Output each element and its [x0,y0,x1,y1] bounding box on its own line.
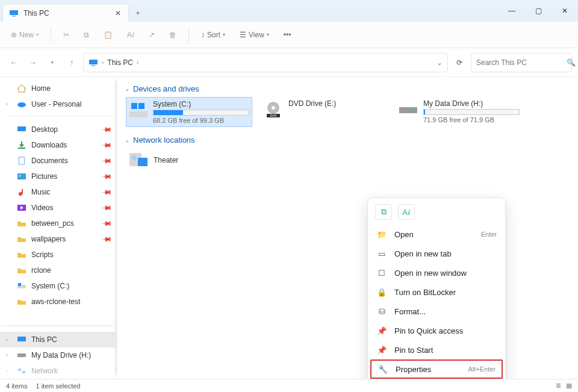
chevron-right-icon: › [137,59,138,66]
drive-icon [17,282,26,290]
search-box[interactable]: 🔍 [471,53,572,72]
sort-icon: ↕ [201,31,205,39]
context-menu: ⧉ Aⅈ 📁OpenEnter ▭Open in new tab ☐Open i… [367,198,506,392]
folder-icon [17,297,26,306]
window-icon: ☐ [376,269,387,278]
close-icon[interactable]: ✕ [114,9,122,17]
sidebar-item-system-c[interactable]: System (C:) [0,278,117,294]
capacity-bar [423,109,520,115]
share-icon: ↗ [149,31,155,39]
pin-icon: 📌 [101,202,112,213]
svg-marker-4 [17,85,26,92]
address-bar[interactable]: › This PC › ⌄ [83,53,448,72]
cloud-icon [17,100,26,108]
sidebar-item-label: Music [31,188,50,196]
wrench-icon: 🔧 [378,365,388,374]
search-input[interactable] [476,58,567,67]
chevron-down-icon[interactable]: ⌄ [437,58,443,67]
ctx-pin-start[interactable]: 📌Pin to Start [370,340,503,359]
breadcrumb-this-pc[interactable]: This PC [107,58,133,67]
desktop-icon [17,125,26,134]
sidebar-item-label: Network [31,367,58,375]
ctx-bitlocker[interactable]: 🔒Turn on BitLocker [370,282,503,302]
rename-button[interactable]: Aⅈ [122,26,139,44]
paste-button[interactable]: 📋 [99,26,117,44]
rename-button[interactable]: Aⅈ [398,204,415,220]
view-button[interactable]: ☰ View ▾ [235,26,274,44]
drive-data-h[interactable]: My Data Drive (H:) 71.9 GB free of 71.9 … [396,97,522,127]
rename-icon: Aⅈ [127,31,134,39]
sort-label: Sort [207,31,220,39]
details-view-button[interactable]: ≣ [556,382,561,390]
sidebar-item-label: Downloads [31,141,67,149]
sidebar-item-videos[interactable]: Videos📌 [0,200,117,216]
ctx-format[interactable]: ⛁Format... [370,302,503,321]
svg-text:DVD: DVD [270,114,277,117]
ctx-open-new-tab[interactable]: ▭Open in new tab [370,244,503,263]
svg-rect-30 [138,158,148,166]
refresh-button[interactable]: ⟳ [452,55,467,70]
sidebar-item-folder[interactable]: between_pcs📌 [0,216,117,231]
disk-icon: ⛁ [376,307,387,316]
sidebar-item-desktop[interactable]: Desktop📌 [0,122,117,137]
delete-button[interactable]: 🗑 [164,26,181,44]
sidebar-item-folder[interactable]: wallpapers📌 [0,231,117,247]
share-button[interactable]: ↗ [144,26,160,44]
titlebar: This PC ✕ ＋ — ▢ ✕ [0,0,578,22]
search-icon: 🔍 [567,58,575,67]
ctx-properties[interactable]: 🔧PropertiesAlt+Enter [370,359,503,379]
back-button[interactable]: ← [6,55,22,70]
sidebar-item-downloads[interactable]: Downloads📌 [0,137,117,153]
up-button[interactable]: ↑ [64,55,79,70]
section-network[interactable]: ⌄ Network locations [125,135,570,145]
svg-rect-11 [22,189,23,194]
close-window-button[interactable]: ✕ [552,0,578,22]
ctx-shortcut: Enter [481,231,497,238]
network-icon [17,367,26,375]
svg-rect-22 [138,103,144,109]
maximize-button[interactable]: ▢ [525,0,552,22]
sidebar-item-network[interactable]: › Network [0,363,117,379]
chevron-right-icon: › [6,368,8,374]
sidebar-item-label: My Data Drive (H:) [31,351,91,359]
sidebar: Home › User - Personal Desktop📌 Download… [0,77,117,379]
copy-button[interactable]: ⧉ [375,204,392,220]
sidebar-item-folder[interactable]: aws-rclone-test [0,294,117,310]
sidebar-item-folder[interactable]: rclone [0,263,117,278]
more-button[interactable]: ••• [279,26,296,44]
section-devices[interactable]: ⌄ Devices and drives [125,84,570,93]
tiles-view-button[interactable]: ▦ [566,382,572,390]
forward-button[interactable]: → [25,55,41,70]
music-icon [17,188,26,196]
sidebar-item-folder[interactable]: Scripts [0,247,117,263]
drive-system-c[interactable]: System (C:) 68.2 GB free of 99.3 GB [126,97,252,127]
sidebar-item-documents[interactable]: Documents📌 [0,153,117,169]
ctx-pin-quick[interactable]: 📌Pin to Quick access [370,321,503,340]
ctx-label: Turn on BitLocker [394,288,456,297]
tab-this-pc[interactable]: This PC ✕ [2,4,129,22]
section-title: Network locations [133,135,195,145]
minimize-button[interactable]: — [499,0,525,22]
svg-point-9 [19,175,21,177]
sidebar-item-data-drive[interactable]: › My Data Drive (H:) [0,347,117,363]
sidebar-item-home[interactable]: Home [0,81,117,96]
ctx-open-new-window[interactable]: ☐Open in new window [370,263,503,282]
network-location-name: Theater [154,156,178,164]
sidebar-item-music[interactable]: Music📌 [0,184,117,200]
new-tab-button[interactable]: ＋ [129,4,147,22]
sort-button[interactable]: ↕ Sort ▾ [196,26,230,44]
rename-icon: Aⅈ [402,208,411,217]
sidebar-item-user[interactable]: › User - Personal [0,96,117,112]
sidebar-item-pictures[interactable]: Pictures📌 [0,169,117,184]
sidebar-item-this-pc[interactable]: › This PC [0,332,117,347]
status-selected: 1 item selected [36,382,80,390]
recent-dropdown[interactable]: ▾ [45,55,60,70]
cut-button[interactable]: ✂ [58,26,74,44]
new-button[interactable]: ⊕ New ▾ [6,26,43,44]
copy-button[interactable]: ⧉ [79,26,94,44]
network-location[interactable]: Theater [126,148,570,172]
ctx-open[interactable]: 📁OpenEnter [370,225,503,244]
ctx-label: Pin to Start [394,346,433,355]
drive-dvd[interactable]: DVD DVD Drive (E:) [261,97,387,127]
svg-rect-21 [131,103,137,109]
